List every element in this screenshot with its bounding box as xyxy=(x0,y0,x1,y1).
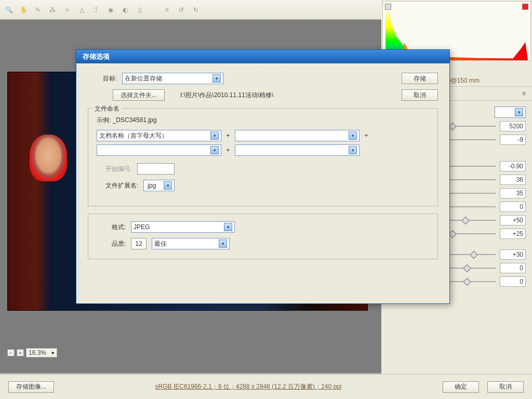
dialog-title: 存储选项 xyxy=(76,50,449,63)
value-vibrance[interactable]: 0 xyxy=(500,263,526,273)
highlight-clip-icon[interactable] xyxy=(522,4,528,10)
dest-label: 目标: xyxy=(88,74,117,83)
zoom-bar: − + 16.3% xyxy=(7,348,57,357)
straighten-icon[interactable]: △ xyxy=(77,5,86,15)
quality-label: 品质: xyxy=(97,240,126,248)
quality-input[interactable] xyxy=(131,238,147,249)
plus-icon: + xyxy=(224,147,232,154)
zoom-select[interactable]: 16.3% xyxy=(26,348,57,357)
rotate-ccw-icon[interactable]: ↺ xyxy=(177,5,186,15)
panel-menu-icon[interactable]: ≡ xyxy=(522,90,526,97)
quality-text: 最佳 xyxy=(154,240,167,248)
bottom-bar: 存储图像... sRGB IEC61966-2.1；8 位；4288 x 284… xyxy=(0,374,532,399)
value-exposure[interactable]: -0.90 xyxy=(500,161,526,171)
example-value: _DSC34581.jpg xyxy=(113,116,157,124)
list-icon[interactable]: ≡ xyxy=(162,5,171,15)
rotate-cw-icon[interactable]: ↻ xyxy=(191,5,201,15)
value-brightness[interactable]: +50 xyxy=(500,215,526,225)
name-token-4[interactable]: ▾ xyxy=(235,144,360,156)
ok-button[interactable]: 确定 xyxy=(443,381,479,393)
zoom-in-button[interactable]: + xyxy=(17,349,24,356)
value-saturation[interactable]: 0 xyxy=(500,276,526,287)
zoom-value: 16.3% xyxy=(29,349,46,356)
value-filllight[interactable]: 35 xyxy=(500,188,526,198)
name-token-1[interactable]: 文档名称（首字母大写）▾ xyxy=(97,130,221,141)
naming-fieldset: 文件命名 示例: _DSC34581.jpg 文档名称（首字母大写）▾ + ▾ … xyxy=(88,108,438,206)
cancel-button[interactable]: 取消 xyxy=(487,381,524,393)
format-select[interactable]: JPEG▾ xyxy=(131,221,235,233)
format-label: 格式: xyxy=(97,223,126,232)
naming-legend: 文件命名 xyxy=(92,104,122,113)
name-token-1-value: 文档名称（首字母大写） xyxy=(99,131,168,140)
redeye-icon[interactable]: ◐ xyxy=(121,5,130,15)
sampler-icon[interactable]: ⁂ xyxy=(48,5,57,15)
value-clarity[interactable]: +30 xyxy=(500,249,526,260)
dest-value: 在新位置存储 xyxy=(125,74,162,83)
zoom-icon[interactable]: 🔍 xyxy=(4,5,14,15)
spot-icon[interactable]: ◉ xyxy=(106,5,115,15)
format-fieldset: 格式: JPEG▾ 品质: 最佳▾ xyxy=(88,214,438,259)
profile-select[interactable]: ▾ xyxy=(495,107,526,118)
value-tint[interactable]: -9 xyxy=(500,135,526,145)
value-temp[interactable]: 5200 xyxy=(500,121,526,131)
dest-select[interactable]: 在新位置存储▾ xyxy=(122,73,223,84)
value-blacks[interactable]: 0 xyxy=(500,202,526,212)
format-value: JPEG xyxy=(134,223,150,231)
ext-select[interactable]: .jpg▾ xyxy=(143,180,175,191)
eyedropper-icon[interactable]: ✎ xyxy=(33,5,43,15)
workflow-link[interactable]: sRGB IEC61966-2.1；8 位；4288 x 2848 (12.2 … xyxy=(155,383,342,390)
startnum-input[interactable] xyxy=(137,163,175,175)
save-image-button[interactable]: 存储图像... xyxy=(8,381,54,393)
ext-value: .jpg xyxy=(146,182,156,189)
dialog-save-button[interactable]: 存储 xyxy=(402,73,438,84)
save-options-dialog: 存储选项 存储 取消 目标: 在新位置存储▾ 选择文件夹... I:\照片\作品… xyxy=(76,49,450,304)
path-text: I:\照片\作品\2010.11.11活动\精修\ xyxy=(180,91,273,100)
hand-icon[interactable]: ✋ xyxy=(19,5,28,15)
quality-select[interactable]: 最佳▾ xyxy=(152,238,230,249)
choose-folder-button[interactable]: 选择文件夹... xyxy=(113,89,165,101)
value-contrast[interactable]: +25 xyxy=(500,229,526,239)
plus-icon: + xyxy=(224,132,232,139)
name-token-3[interactable]: ▾ xyxy=(97,144,221,156)
crop-icon[interactable]: ⌗ xyxy=(62,5,72,15)
shadow-clip-icon[interactable] xyxy=(385,4,391,10)
plus-icon: + xyxy=(363,132,370,139)
example-label: 示例: xyxy=(97,116,111,124)
dialog-cancel-button[interactable]: 取消 xyxy=(402,89,438,101)
zoom-out-button[interactable]: − xyxy=(7,349,15,356)
startnum-label: 开始编号: xyxy=(97,165,132,174)
name-token-2[interactable]: ▾ xyxy=(235,130,360,141)
value-recovery[interactable]: 36 xyxy=(500,175,526,185)
documents-icon[interactable]: ▯ xyxy=(135,5,144,15)
brush-icon[interactable]: ℐ xyxy=(91,5,101,15)
ext-label: 文件扩展名: xyxy=(97,181,138,190)
